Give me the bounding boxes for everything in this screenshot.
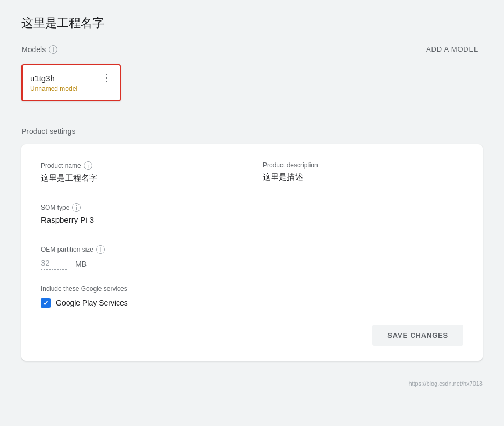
watermark: https://blog.csdn.net/hx7013 [0,378,504,391]
oem-unit-label: MB [75,260,87,268]
oem-number-input[interactable] [41,258,67,270]
page-container: 这里是工程名字 Models i ADD A MODEL u1tg3h ⋮ Un… [0,0,504,426]
product-name-field: Product name i 这里是工程名字 [41,161,241,188]
google-play-services-checkbox-row[interactable]: ✓ Google Play Services [41,298,463,308]
oem-input-row: MB [41,258,463,270]
som-type-row: SOM type i Raspberry Pi 3 [41,203,463,230]
models-info-icon[interactable]: i [49,45,57,54]
product-name-label: Product name i [41,161,241,170]
bottom-section: Product settings Product name i 这里是工程名字 … [0,114,504,378]
models-header: Models i ADD A MODEL [21,42,483,56]
model-subtitle: Unnamed model [30,85,112,93]
model-card[interactable]: u1tg3h ⋮ Unnamed model [21,64,121,101]
google-services-section: Include these Google services ✓ Google P… [41,285,463,308]
model-card-header: u1tg3h ⋮ [30,74,112,83]
save-row: SAVE CHANGES [41,325,463,346]
model-kebab-icon[interactable]: ⋮ [100,73,112,82]
product-description-value[interactable]: 这里是描述 [263,172,463,187]
model-id: u1tg3h [30,74,55,83]
product-description-label: Product description [263,161,463,169]
product-name-value[interactable]: 这里是工程名字 [41,173,241,188]
product-description-field: Product description 这里是描述 [263,161,463,188]
product-name-info-icon[interactable]: i [84,161,92,170]
models-label: Models i [21,45,57,54]
oem-partition-row: OEM partition size i MB [41,245,463,270]
som-type-placeholder [263,203,463,230]
top-section: 这里是工程名字 Models i ADD A MODEL u1tg3h ⋮ Un… [0,0,504,114]
google-play-checkbox[interactable]: ✓ [41,298,51,308]
add-model-button[interactable]: ADD A MODEL [422,42,483,56]
models-grid: u1tg3h ⋮ Unnamed model [21,64,483,101]
oem-partition-info-icon[interactable]: i [96,245,105,254]
name-description-row: Product name i 这里是工程名字 Product descripti… [41,161,463,188]
som-type-info-icon[interactable]: i [72,203,81,212]
som-type-field: SOM type i Raspberry Pi 3 [41,203,241,230]
google-play-services-label: Google Play Services [56,299,128,307]
check-icon: ✓ [43,300,49,307]
som-type-value: Raspberry Pi 3 [41,215,241,230]
google-services-label: Include these Google services [41,285,463,293]
save-changes-button[interactable]: SAVE CHANGES [372,325,463,346]
oem-partition-label: OEM partition size i [41,245,463,254]
settings-card: Product name i 这里是工程名字 Product descripti… [21,144,483,361]
som-type-label: SOM type i [41,203,241,212]
models-text: Models [21,45,46,54]
product-settings-label: Product settings [21,127,483,136]
page-title: 这里是工程名字 [21,15,483,31]
